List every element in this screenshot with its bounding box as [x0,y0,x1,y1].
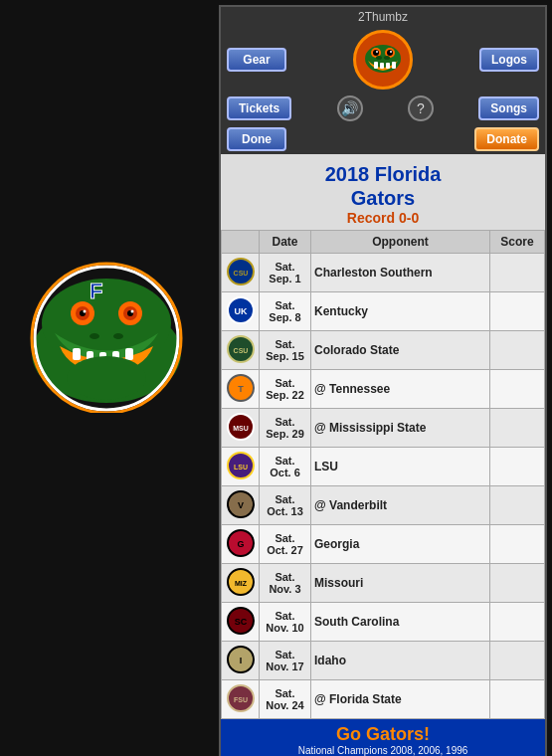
table-header-row: Date Opponent Score [222,231,545,254]
team-logo-header [353,30,413,90]
svg-text:MSU: MSU [233,425,249,432]
svg-point-38 [384,56,390,60]
game-date-cell: Sat.Nov. 10 [260,603,311,642]
score-cell [490,370,545,409]
score-cell [490,292,545,331]
team-logo-cell: T [222,370,260,409]
help-button[interactable]: ? [408,95,434,121]
songs-button[interactable]: Songs [478,96,539,120]
score-cell [490,525,545,564]
go-gators-text: Go Gators! [223,724,543,745]
opponent-cell: Colorado State [311,331,490,370]
col-logo-header [222,231,260,254]
team-logo-cell: FSU [222,680,260,719]
opponent-cell: @ Mississippi State [311,409,490,448]
team-logo-cell: CSU [222,254,260,292]
svg-rect-28 [380,63,384,69]
team-logo-cell: CSU [222,331,260,370]
svg-rect-29 [386,63,390,69]
tickets-button[interactable]: Tickets [227,96,291,120]
game-date-cell: Sat.Sep. 15 [260,331,311,370]
score-cell [490,680,545,719]
team-logo-cell: MIZ [222,564,260,603]
table-row: G Sat.Oct. 27Georgia [222,525,545,564]
team-name-text1: 2018 Florida [325,163,442,185]
game-date-cell: Sat.Sep. 1 [260,254,311,292]
score-cell [490,448,545,486]
score-cell [490,603,545,642]
svg-text:SC: SC [234,617,247,627]
table-row: UK Sat.Sep. 8Kentucky [222,292,545,331]
opponent-cell: South Carolina [311,603,490,642]
svg-rect-27 [374,62,378,69]
score-cell [490,409,545,448]
game-date-cell: Sat.Oct. 27 [260,525,311,564]
app-title-bar: 2Thumbz [221,7,545,27]
done-button[interactable]: Done [227,127,286,151]
svg-text:G: G [237,539,244,549]
game-date-cell: Sat.Oct. 6 [260,448,311,486]
team-logo-cell: SC [222,603,260,642]
champions-text: National Champions 2008, 2006, 1996 [223,745,543,756]
schedule-container: 2018 Florida Gators Record 0-0 Date Oppo… [221,154,545,719]
col-date-header: Date [260,231,311,254]
game-date-cell: Sat.Sep. 8 [260,292,311,331]
main-panel: 2Thumbz Gear [219,5,547,756]
help-icon: ? [417,100,425,116]
svg-point-37 [376,56,382,60]
opponent-cell: Charleston Southern [311,254,490,292]
opponent-cell: LSU [311,448,490,486]
col-score-header: Score [490,231,545,254]
gear-button[interactable]: Gear [227,48,286,72]
team-logo-cell: V [222,486,260,525]
game-date-cell: Sat.Oct. 13 [260,486,311,525]
svg-point-34 [387,50,393,56]
score-cell [490,331,545,370]
speaker-icon: 🔊 [341,100,358,116]
game-date-cell: Sat.Nov. 17 [260,642,311,680]
svg-point-35 [376,51,378,53]
team-logo-cell: I [222,642,260,680]
team-logo-cell: MSU [222,409,260,448]
table-row: I Sat.Nov. 17Idaho [222,642,545,680]
button-row-2: Tickets 🔊 ? Songs [221,93,545,124]
opponent-cell: Kentucky [311,292,490,331]
app-title: 2Thumbz [358,10,408,24]
svg-text:CSU: CSU [233,347,248,354]
table-row: T Sat.Sep. 22@ Tennessee [222,370,545,409]
table-row: MIZ Sat.Nov. 3Missouri [222,564,545,603]
svg-point-33 [373,50,379,56]
svg-rect-2 [73,348,81,360]
table-row: MSU Sat.Sep. 29@ Mississippi State [222,409,545,448]
table-row: CSU Sat.Sep. 1Charleston Southern [222,254,545,292]
opponent-cell: @ Florida State [311,680,490,719]
svg-point-20 [113,333,123,339]
svg-text:MIZ: MIZ [234,580,247,587]
donate-button[interactable]: Donate [474,127,539,151]
score-cell [490,642,545,680]
logos-button[interactable]: Logos [479,48,539,72]
team-name-line1: 2018 Florida Gators [225,162,541,210]
game-date-cell: Sat.Sep. 29 [260,409,311,448]
record-label: Record 0-0 [225,210,541,226]
svg-text:CSU: CSU [233,270,248,277]
svg-text:I: I [239,656,242,665]
opponent-cell: Missouri [311,564,490,603]
svg-point-36 [390,51,392,53]
col-opponent-header: Opponent [311,231,490,254]
table-row: FSU Sat.Nov. 24@ Florida State [222,680,545,719]
footer: Go Gators! National Champions 2008, 2006… [221,719,545,756]
opponent-cell: Idaho [311,642,490,680]
svg-text:UK: UK [234,306,247,316]
game-date-cell: Sat.Sep. 22 [260,370,311,409]
svg-point-17 [84,310,87,313]
svg-text:LSU: LSU [234,464,248,471]
speaker-button[interactable]: 🔊 [337,95,363,121]
gator-mascot: F [15,259,199,413]
opponent-cell: @ Tennessee [311,370,490,409]
svg-text:T: T [238,384,244,394]
svg-text:FSU: FSU [234,696,248,703]
svg-point-19 [90,333,99,339]
title-section: 2018 Florida Gators Record 0-0 [221,154,545,230]
team-name-text2: Gators [351,187,415,209]
